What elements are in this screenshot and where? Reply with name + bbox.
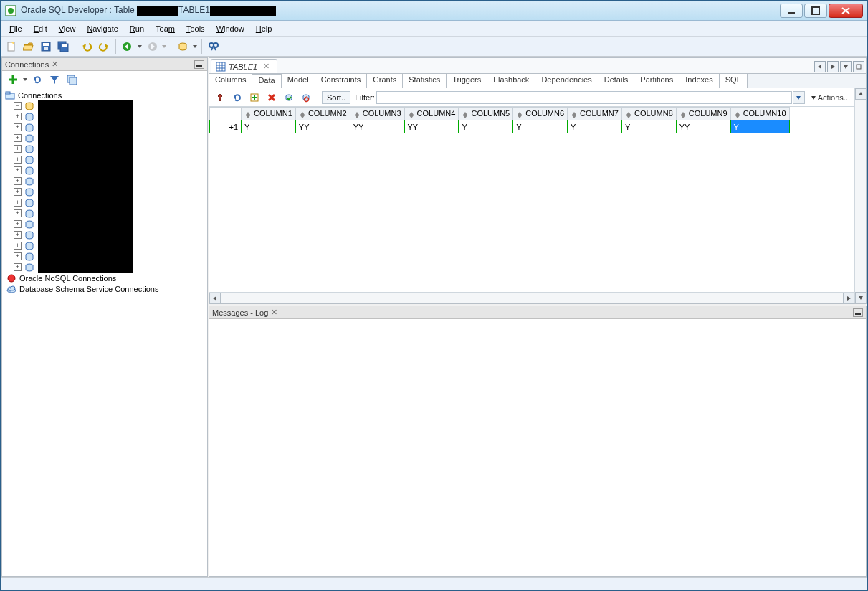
scroll-down-button[interactable] xyxy=(855,292,867,303)
tree-item[interactable]: + xyxy=(14,133,37,143)
column-header[interactable]: COLUMN8 xyxy=(621,108,676,120)
tree-item[interactable]: + xyxy=(14,230,37,240)
column-header[interactable]: COLUMN4 xyxy=(404,108,459,120)
data-cell[interactable]: Y xyxy=(730,120,789,133)
save-button[interactable] xyxy=(38,39,54,55)
schema-service-connections[interactable]: Database Schema Service Connections xyxy=(5,283,204,294)
scroll-right-button[interactable] xyxy=(843,293,854,304)
tab-list-button[interactable] xyxy=(840,61,852,72)
menu-file[interactable]: File xyxy=(4,22,28,35)
tree-item[interactable]: + xyxy=(14,219,37,230)
expand-icon[interactable]: + xyxy=(14,231,22,239)
sql-button[interactable] xyxy=(175,39,191,55)
expand-icon[interactable]: + xyxy=(14,188,22,196)
expand-icon[interactable]: + xyxy=(14,177,22,185)
pin-button[interactable] xyxy=(212,90,228,105)
messages-log-body[interactable] xyxy=(209,319,866,576)
tree-item[interactable]: + xyxy=(14,111,37,122)
connections-tree[interactable]: Connections −+++++++++++++++ Oracle NoSQ… xyxy=(2,88,207,576)
menu-run[interactable]: Run xyxy=(124,22,150,35)
minimize-panel-button[interactable] xyxy=(853,308,863,317)
subtab-sql[interactable]: SQL xyxy=(719,73,748,88)
scroll-up-button[interactable] xyxy=(855,88,867,100)
column-header[interactable]: COLUMN6 xyxy=(513,108,568,120)
tree-item[interactable]: + xyxy=(14,251,37,262)
find-button[interactable] xyxy=(206,39,221,55)
menu-window[interactable]: Window xyxy=(211,22,250,35)
tree-item[interactable]: + xyxy=(14,262,37,273)
subtab-flashback[interactable]: Flashback xyxy=(487,73,535,88)
editor-tab-table1[interactable]: TABLE1 ✕ xyxy=(211,59,277,73)
data-cell[interactable]: Y xyxy=(621,120,676,133)
data-cell[interactable]: Y xyxy=(568,120,622,133)
subtab-grants[interactable]: Grants xyxy=(366,73,403,88)
row-number-cell[interactable]: +1 xyxy=(210,120,242,133)
filter-dropdown-button[interactable] xyxy=(793,91,805,104)
close-icon[interactable]: ✕ xyxy=(271,308,277,317)
data-cell[interactable]: Y xyxy=(513,120,568,133)
horizontal-scrollbar[interactable] xyxy=(209,292,854,303)
data-grid[interactable]: COLUMN1 COLUMN2 COLUMN3 COLUMN4 COLUMN5 … xyxy=(209,107,854,292)
tree-item[interactable]: + xyxy=(14,208,37,219)
subtab-dependencies[interactable]: Dependencies xyxy=(535,73,598,88)
data-cell[interactable]: Y xyxy=(459,120,513,133)
new-connection-button[interactable] xyxy=(5,72,21,88)
data-cell[interactable]: YY xyxy=(676,120,730,133)
tree-item[interactable]: + xyxy=(14,197,37,208)
expand-icon[interactable]: + xyxy=(14,242,22,250)
dropdown-arrow-icon[interactable] xyxy=(22,74,28,85)
column-header[interactable]: COLUMN1 xyxy=(242,108,296,120)
tree-item[interactable]: + xyxy=(14,122,37,133)
tree-item[interactable]: + xyxy=(14,143,37,154)
menu-tools[interactable]: Tools xyxy=(181,22,211,35)
subtab-model[interactable]: Model xyxy=(281,73,315,88)
scroll-left-button[interactable] xyxy=(209,293,221,304)
expand-icon[interactable]: + xyxy=(14,220,22,228)
tree-item[interactable]: + xyxy=(14,165,37,176)
new-button[interactable] xyxy=(4,39,19,55)
subtab-details[interactable]: Details xyxy=(598,73,635,88)
close-button[interactable] xyxy=(829,4,863,18)
subtab-partitions[interactable]: Partitions xyxy=(634,73,679,88)
column-header[interactable]: COLUMN10 xyxy=(730,108,789,120)
subtab-statistics[interactable]: Statistics xyxy=(402,73,447,88)
menu-view[interactable]: View xyxy=(53,22,82,35)
filter-button[interactable] xyxy=(47,72,62,88)
subtab-indexes[interactable]: Indexes xyxy=(679,73,720,88)
tree-item[interactable]: − xyxy=(14,100,37,111)
column-header[interactable]: COLUMN2 xyxy=(295,108,350,120)
vertical-scrollbar[interactable] xyxy=(854,88,866,303)
tree-item[interactable]: + xyxy=(14,176,37,186)
close-icon[interactable]: ✕ xyxy=(52,60,58,69)
commit-button[interactable] xyxy=(281,90,297,105)
forward-nav-button[interactable] xyxy=(144,39,160,55)
tab-next-button[interactable] xyxy=(827,61,839,72)
open-button[interactable] xyxy=(21,39,37,55)
sort-button[interactable]: Sort.. xyxy=(322,91,350,104)
expand-icon[interactable]: + xyxy=(14,166,22,174)
expand-icon[interactable]: + xyxy=(14,263,22,271)
column-header[interactable]: COLUMN3 xyxy=(350,108,404,120)
menu-help[interactable]: Help xyxy=(250,22,278,35)
expand-icon[interactable]: + xyxy=(14,123,22,131)
minimize-button[interactable] xyxy=(780,4,803,18)
subtab-triggers[interactable]: Triggers xyxy=(446,73,487,88)
subtab-data[interactable]: Data xyxy=(252,74,281,88)
actions-menu-button[interactable]: Actions... xyxy=(811,93,850,102)
rollback-button[interactable] xyxy=(298,90,314,105)
row-number-header[interactable] xyxy=(210,108,242,120)
refresh-button[interactable] xyxy=(29,72,45,88)
subtab-constraints[interactable]: Constraints xyxy=(315,73,368,88)
data-cell[interactable]: YY xyxy=(404,120,459,133)
maximize-button[interactable] xyxy=(804,4,827,18)
tree-item[interactable]: + xyxy=(14,186,37,197)
data-cell[interactable]: Y xyxy=(242,120,296,133)
save-all-button[interactable] xyxy=(55,39,71,55)
back-nav-button[interactable] xyxy=(120,39,135,55)
menu-edit[interactable]: Edit xyxy=(28,22,53,35)
expand-icon[interactable]: + xyxy=(14,209,22,217)
column-header[interactable]: COLUMN5 xyxy=(459,108,513,120)
insert-row-button[interactable] xyxy=(247,90,262,105)
refresh-data-button[interactable] xyxy=(229,90,245,105)
subtab-columns[interactable]: Columns xyxy=(209,73,252,88)
